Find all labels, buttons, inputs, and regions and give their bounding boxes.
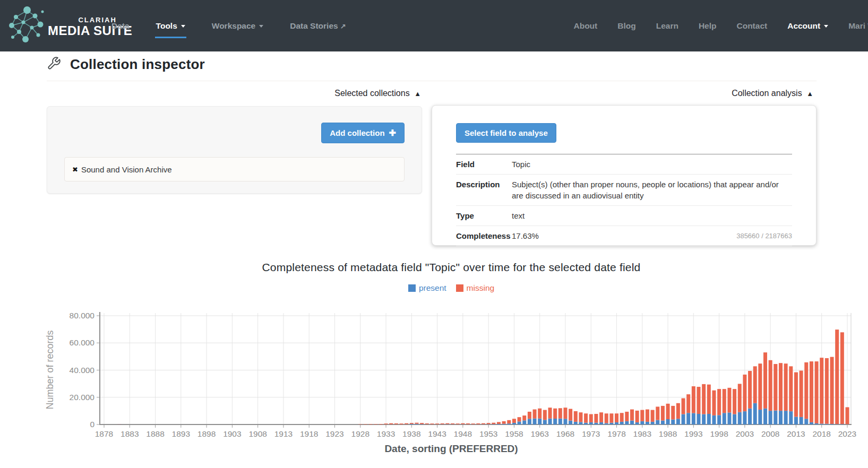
row-value: Subject(s) (other than proper nouns, peo… (512, 175, 792, 206)
svg-text:2018: 2018 (812, 429, 830, 438)
clariah-network-icon (7, 4, 47, 49)
plus-icon: ✚ (389, 128, 396, 138)
chart-legend: present missing (0, 283, 868, 293)
legend-item-present[interactable]: present (408, 283, 446, 293)
external-link-arrow-icon: ↗ (340, 22, 346, 30)
svg-text:1903: 1903 (223, 429, 241, 438)
field-metadata-table: Field Topic Description Subject(s) (othe… (456, 154, 792, 246)
svg-text:1898: 1898 (197, 429, 216, 438)
svg-text:20.000: 20.000 (70, 393, 95, 402)
legend-item-missing[interactable]: missing (456, 283, 495, 293)
add-collection-label: Add collection (330, 128, 384, 137)
nav-item-label: Account (787, 21, 820, 30)
remove-x-icon[interactable]: ✖ (72, 166, 78, 174)
triangle-up-icon: ▲ (806, 90, 813, 98)
row-label: Completeness (456, 226, 512, 246)
svg-text:2023: 2023 (838, 429, 856, 438)
nav-item-help[interactable]: Help (698, 14, 718, 38)
collection-analysis-toggle[interactable]: Collection analysis ▲ (432, 89, 813, 98)
nav-item-data-stories[interactable]: Data Stories↗ (289, 14, 347, 38)
svg-text:1893: 1893 (172, 429, 190, 438)
svg-text:1878: 1878 (95, 429, 113, 438)
row-value: Topic (512, 154, 792, 175)
row-label: Description (456, 175, 512, 206)
select-field-button[interactable]: Select field to analyse (456, 123, 556, 143)
table-row-completeness: Completeness 17.63% 385660 / 2187663 (456, 226, 792, 246)
page: CLARIAH MEDIA SUITE Data Tools Workspace… (0, 0, 868, 468)
svg-text:1913: 1913 (274, 429, 293, 438)
svg-text:1938: 1938 (402, 429, 420, 438)
legend-swatch-present (408, 284, 416, 292)
table-row-type: Type text (456, 206, 792, 226)
svg-text:1933: 1933 (377, 429, 395, 438)
page-title: Collection inspector (70, 56, 205, 73)
stacked-bar-chart: 1878188318881893189819031908191319181923… (0, 294, 868, 460)
nav-item-user[interactable]: Mari W (847, 14, 868, 38)
nav-item-account[interactable]: Account (786, 14, 829, 38)
svg-text:60.000: 60.000 (70, 338, 95, 347)
svg-text:2008: 2008 (761, 429, 779, 438)
svg-text:80.000: 80.000 (70, 311, 95, 320)
section-label-text: Selected collections (334, 89, 409, 98)
header-divider (47, 81, 817, 81)
svg-text:1953: 1953 (479, 429, 497, 438)
nav-item-tools[interactable]: Tools (155, 14, 186, 38)
nav-item-contact[interactable]: Contact (735, 14, 768, 38)
top-navbar: CLARIAH MEDIA SUITE Data Tools Workspace… (0, 0, 868, 51)
svg-text:0: 0 (90, 420, 94, 429)
svg-text:40.000: 40.000 (70, 366, 95, 375)
nav-right: About Blog Learn Help Contact Account Ma… (572, 0, 868, 51)
select-field-label: Select field to analyse (465, 128, 548, 137)
nav-item-label: Workspace (212, 21, 255, 30)
svg-text:2003: 2003 (736, 429, 754, 438)
caret-down-icon (824, 25, 828, 28)
nav-item-label: Data Stories (290, 21, 338, 30)
section-label-text: Collection analysis (732, 89, 802, 98)
nav-item-workspace[interactable]: Workspace (211, 14, 264, 38)
collection-analysis-panel: Select field to analyse Field Topic Desc… (432, 105, 817, 246)
svg-text:1948: 1948 (454, 429, 472, 438)
x-axis-label: Date, sorting (PREFERRED) (0, 443, 868, 455)
svg-text:1963: 1963 (530, 429, 548, 438)
svg-text:Number of records: Number of records (45, 330, 55, 409)
svg-text:1943: 1943 (428, 429, 446, 438)
svg-text:1988: 1988 (659, 429, 677, 438)
svg-text:2013: 2013 (787, 429, 805, 438)
triangle-up-icon: ▲ (414, 90, 421, 98)
svg-text:1958: 1958 (505, 429, 523, 438)
caret-down-icon (259, 25, 263, 28)
caret-down-icon (181, 25, 185, 28)
row-value: 17.63% (512, 226, 707, 246)
svg-text:1888: 1888 (146, 429, 164, 438)
nav-item-label: Data (111, 21, 130, 30)
svg-text:1978: 1978 (607, 429, 625, 438)
legend-swatch-missing (456, 284, 463, 292)
svg-text:1908: 1908 (248, 429, 267, 438)
selected-collections-toggle[interactable]: Selected collections ▲ (47, 89, 421, 98)
table-row-description: Description Subject(s) (other than prope… (456, 175, 792, 206)
selected-collections-panel: Add collection ✚ ✖ Sound and Vision Arch… (47, 106, 422, 194)
svg-text:1918: 1918 (300, 429, 318, 438)
svg-text:1923: 1923 (325, 429, 343, 438)
svg-text:1983: 1983 (633, 429, 651, 438)
nav-item-learn[interactable]: Learn (655, 14, 680, 38)
nav-left: Data Tools Workspace Data Stories↗ (110, 0, 347, 51)
legend-label: missing (467, 283, 495, 293)
nav-item-blog[interactable]: Blog (616, 14, 637, 38)
svg-text:1973: 1973 (582, 429, 600, 438)
legend-label: present (419, 283, 446, 293)
collection-item-label: Sound and Vision Archive (81, 165, 172, 174)
svg-text:1928: 1928 (351, 429, 369, 438)
svg-text:1968: 1968 (556, 429, 574, 438)
row-label: Type (456, 206, 512, 226)
collection-list-item: ✖ Sound and Vision Archive (64, 157, 405, 181)
chart-title: Completeness of metadata field "Topic" o… (0, 261, 868, 274)
nav-item-label: Tools (156, 21, 177, 30)
nav-item-about[interactable]: About (572, 14, 598, 38)
table-row-field: Field Topic (456, 154, 792, 175)
page-header: Collection inspector (47, 56, 205, 73)
svg-text:1998: 1998 (710, 429, 728, 438)
nav-item-data[interactable]: Data (110, 14, 131, 38)
add-collection-button[interactable]: Add collection ✚ (321, 123, 405, 143)
wrench-icon (47, 56, 61, 73)
